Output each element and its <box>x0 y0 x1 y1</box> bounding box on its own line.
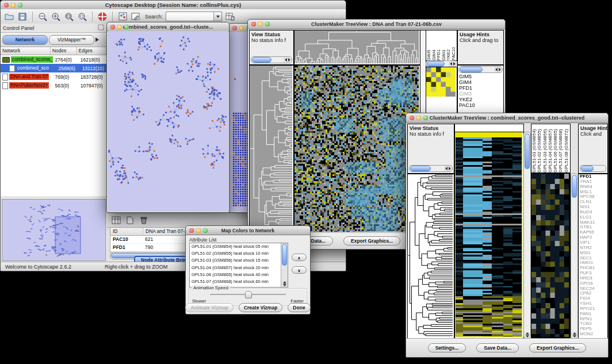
tab-network[interactable]: Network <box>2 35 48 45</box>
network-row[interactable]: DNA and Tran 07 769(0) 183728(0) <box>1 72 106 81</box>
heatmap-canvas[interactable] <box>294 66 419 232</box>
col-id[interactable]: ID <box>110 228 143 235</box>
zoom-fit-icon[interactable] <box>77 12 87 22</box>
speed-slider[interactable] <box>210 294 286 295</box>
minimize-icon[interactable] <box>416 116 421 120</box>
scroll-right-icon[interactable] <box>453 62 456 66</box>
attribute-item[interactable]: GPL51-02 (GSM855) heat shock 10 min <box>190 250 288 257</box>
search-input[interactable] <box>166 12 213 21</box>
dialog-action-button[interactable]: Animate Vizmap <box>185 303 234 312</box>
scroll-up-icon[interactable] <box>526 332 529 335</box>
vizmapper-icon[interactable] <box>117 12 128 22</box>
slider-thumb[interactable] <box>245 291 252 298</box>
treeview-action-button[interactable]: Export Graphics... <box>343 236 400 246</box>
col-edges[interactable]: Edges <box>77 47 106 55</box>
attribute-item[interactable]: GPL51-07 (GSM868) heat shock 60 min <box>190 278 288 285</box>
dialog-titlebar[interactable]: Map Colors to Network <box>186 226 310 235</box>
attribute-item[interactable]: GPL51-06 (GSM865) heat shock 40 min <box>190 271 288 278</box>
heatmap-canvas[interactable] <box>455 132 522 337</box>
scroll-left-icon[interactable] <box>285 58 287 62</box>
attribute-item[interactable]: GPL51-01 (GSM854) heat shock 05 min <box>190 243 288 250</box>
treeview-action-button[interactable]: Export Graphics... <box>529 343 586 352</box>
scroll-left-icon[interactable] <box>445 167 447 170</box>
close-icon[interactable] <box>189 228 194 233</box>
tv1-label-hscrollbar[interactable] <box>458 66 503 73</box>
gene-label[interactable]: PFD1 <box>458 85 503 91</box>
minimize-icon[interactable] <box>11 3 16 7</box>
scroll-down-icon[interactable] <box>573 335 576 338</box>
zoom-icon[interactable] <box>203 228 208 233</box>
close-icon[interactable] <box>232 26 237 30</box>
col-network[interactable]: Network <box>1 47 51 55</box>
scroll-up-icon[interactable] <box>283 281 286 283</box>
network-overview-canvas[interactable] <box>2 200 104 259</box>
status-hscrollbar[interactable] <box>251 56 292 63</box>
treeview-action-button[interactable]: Save Data... <box>476 343 519 352</box>
minimize-icon[interactable] <box>258 22 263 26</box>
zoom-icon[interactable] <box>18 3 22 7</box>
gene-label[interactable]: YKE2 <box>458 97 503 102</box>
close-icon[interactable] <box>410 116 414 120</box>
gene-label[interactable]: PAC10 <box>458 102 503 108</box>
network-row[interactable]: combined_sco 2569(6) 13112(15) <box>1 64 106 72</box>
save-session-icon[interactable] <box>17 12 28 22</box>
network-canvas[interactable] <box>108 31 228 211</box>
attribute-item[interactable]: GPL51-04 (GSM857) heat shock 20 min <box>190 265 288 271</box>
attribute-table-icon[interactable] <box>225 12 235 22</box>
annotation-icon[interactable] <box>131 12 141 22</box>
scroll-down-icon[interactable] <box>526 335 529 338</box>
tab-vizmapper[interactable]: VizMapper™ <box>49 35 94 45</box>
tv1-titlebar[interactable]: ClusterMaker TreeView : DNA and Tran 07-… <box>248 20 505 29</box>
hints-hscrollbar[interactable] <box>580 165 606 172</box>
row-dendrogram[interactable] <box>250 66 292 232</box>
row-dendrogram[interactable] <box>408 174 453 337</box>
attribute-item[interactable]: GPL51-03 (GSM856) heat shock 15 min <box>190 257 288 264</box>
minimize-icon[interactable] <box>117 25 122 29</box>
attribute-vscrollbar[interactable] <box>281 243 288 287</box>
dialog-action-button[interactable]: Create Vizmap <box>239 303 282 312</box>
minimize-icon[interactable] <box>239 26 244 30</box>
search-dropdown-icon[interactable] <box>213 12 221 21</box>
main-titlebar[interactable]: Cytoscape Desktop (Session Name: collins… <box>1 1 346 10</box>
treeview-action-button[interactable]: Settings... <box>428 343 466 352</box>
open-session-icon[interactable] <box>4 12 14 22</box>
gene-label[interactable]: GIM5 <box>458 74 503 79</box>
gene-label[interactable]: GIM3 <box>458 91 503 97</box>
zoom-heatmap-canvas[interactable] <box>531 174 569 337</box>
scroll-down-icon[interactable] <box>283 284 286 286</box>
zoom-heatmap-canvas[interactable] <box>426 67 456 97</box>
close-icon[interactable] <box>251 22 256 26</box>
zoom-selected-icon[interactable] <box>64 12 74 22</box>
zoom-icon[interactable] <box>124 25 129 29</box>
gene-label[interactable]: GIM4 <box>458 79 503 85</box>
close-icon[interactable] <box>110 25 115 29</box>
move-down-button[interactable]: ∨ <box>292 266 307 274</box>
zoom-icon[interactable] <box>265 22 270 26</box>
scroll-right-icon[interactable] <box>288 58 290 62</box>
tv2-vscrollbar[interactable] <box>523 132 531 339</box>
scroll-up-icon[interactable] <box>573 332 576 335</box>
scroll-left-icon[interactable] <box>495 68 498 71</box>
tab-overflow-icon[interactable] <box>95 37 105 42</box>
network-row[interactable]: combined_scores_ 2764(0) 16218(0) <box>1 55 106 64</box>
delete-attribute-icon[interactable] <box>139 215 149 225</box>
col-nodes[interactable]: Nodes <box>51 47 77 55</box>
close-icon[interactable] <box>4 3 9 7</box>
new-attribute-icon[interactable] <box>125 215 135 225</box>
zoom-out-icon[interactable] <box>37 12 48 22</box>
gene-label[interactable]: MON2 <box>579 332 607 337</box>
zoom-icon[interactable] <box>423 116 428 120</box>
tv2-zoom-vscrollbar[interactable] <box>571 173 578 339</box>
help-lifering-icon[interactable] <box>97 12 108 22</box>
network-row[interactable]: RNAPuberNov2+ 563(0) 107847(0) <box>1 81 106 90</box>
column-dendrogram[interactable] <box>294 30 419 63</box>
dialog-action-button[interactable]: Done <box>288 303 310 312</box>
net1-titlebar[interactable]: combined_scores_good.txt--cluste... <box>107 22 229 32</box>
select-attributes-icon[interactable] <box>111 215 121 225</box>
tv2-titlebar[interactable]: ClusterMaker TreeView : combined_scores_… <box>406 113 608 123</box>
scroll-right-icon[interactable] <box>449 167 451 170</box>
status-hscrollbar[interactable] <box>409 165 453 172</box>
zoom-in-icon[interactable] <box>51 12 61 22</box>
minimize-icon[interactable] <box>196 228 201 233</box>
move-up-button[interactable]: ∧ <box>292 254 307 261</box>
